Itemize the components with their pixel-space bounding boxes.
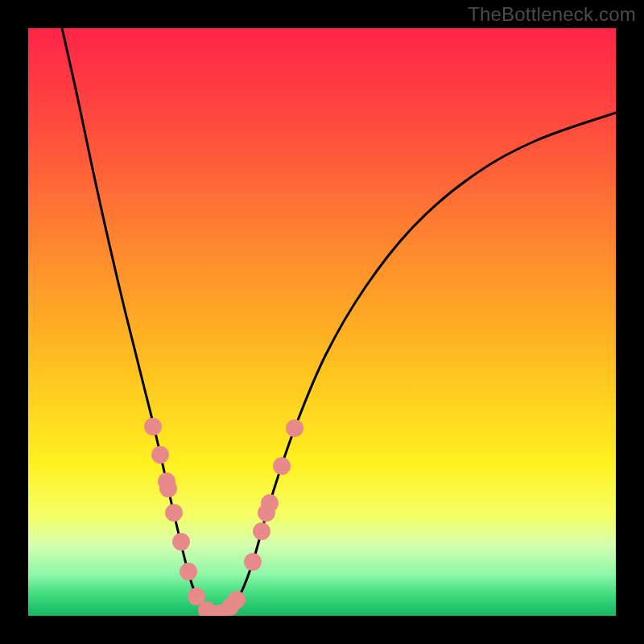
marker-dot [273, 457, 291, 475]
marker-dot [180, 563, 197, 580]
marker-dot [159, 480, 177, 497]
marker-dot [244, 553, 262, 571]
marker-dot [144, 418, 162, 436]
marker-dot [286, 419, 303, 437]
marker-dot [253, 522, 270, 540]
marker-dot [165, 504, 183, 522]
marker-dot [261, 494, 279, 512]
chart-container: TheBottleneck.com [0, 0, 644, 644]
marker-dot [172, 533, 190, 551]
plot-area [28, 28, 616, 616]
marker-dot [228, 591, 246, 609]
gradient-background [28, 28, 616, 616]
marker-dot [151, 446, 169, 464]
chart-svg [28, 28, 616, 616]
watermark-text: TheBottleneck.com [468, 3, 636, 26]
